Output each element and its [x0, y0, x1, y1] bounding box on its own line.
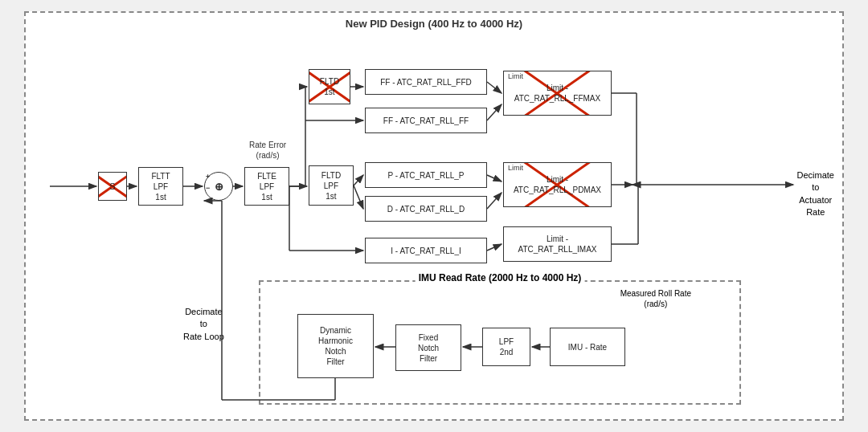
svg-line-12: [354, 175, 363, 185]
svg-line-11: [354, 185, 363, 209]
dynamic-notch-label: DynamicHarmonicNotchFilter: [318, 325, 353, 367]
sum-junction: ⊕: [204, 172, 233, 201]
actuator-rate-label: DecimatetoActuatorRate: [797, 169, 834, 219]
outer-label: New PID Design (400 Hz to 4000 Hz): [346, 18, 522, 30]
rate-error-label: Rate Error(rad/s): [249, 140, 286, 161]
fltd-1st-top-block: FLTD1st: [309, 69, 350, 104]
fltd-1st-top-label: FLTD1st: [320, 76, 339, 97]
p-block: P - ATC_RAT_RLL_P: [365, 162, 487, 188]
imu-rate-block: IMU - Rate: [550, 328, 625, 366]
d-block: D - ATC_RAT_RLL_D: [365, 196, 487, 222]
input-cross-block: S: [98, 172, 127, 201]
svg-line-16: [487, 104, 502, 120]
i-block: I - ATC_RAT_RLL_I: [365, 238, 487, 263]
diagram-wrapper: New PID Design (400 Hz to 4000 Hz) IMU R…: [24, 11, 844, 421]
lpf-2nd-label: LPF2nd: [499, 336, 514, 357]
input-cross-label: S: [109, 181, 115, 192]
imu-label: IMU Read Rate (2000 Hz to 4000 Hz): [416, 272, 585, 283]
imu-rate-label: IMU - Rate: [568, 342, 607, 353]
i-label: I - ATC_RAT_RLL_I: [391, 246, 461, 256]
imu-measured-label: Measured Roll Rate(rad/s): [620, 288, 691, 309]
flte-lpf-label: FLTELPF1st: [257, 171, 276, 202]
limit-pdmax-label: Limit -ATC_RAT_RLL_PDMAX: [514, 174, 601, 195]
d-label: D - ATC_RAT_RLL_D: [387, 204, 465, 214]
decimate-rate-loop-label: DecimatetoRate Loop: [183, 306, 224, 343]
fltt-lpf-label: FLTTLPF1st: [151, 171, 170, 202]
fltt-lpf-block: FLTTLPF1st: [138, 167, 183, 206]
limit-imax-label: Limit -ATC_RAT_RLL_IMAX: [518, 234, 597, 255]
fixed-notch-label: FixedNotchFilter: [418, 332, 439, 364]
p-label: P - ATC_RAT_RLL_P: [387, 170, 464, 181]
flte-lpf-block: FLTELPF1st: [244, 167, 289, 206]
ff-ff-label: FF - ATC_RAT_RLL_FF: [383, 116, 469, 126]
limit-text-pdmax: Limit: [508, 164, 523, 172]
svg-line-19: [487, 244, 502, 251]
limit-ffmax-label: Limit -ATC_RAT_RLL_FFMAX: [514, 83, 600, 104]
svg-line-18: [487, 193, 502, 209]
fltd-lpf-mid-label: FLTDLPF1st: [321, 170, 341, 202]
svg-line-17: [487, 175, 502, 181]
sum-junction-label: ⊕: [215, 181, 223, 193]
ff-ff-block: FF - ATC_RAT_RLL_FF: [365, 108, 487, 133]
ff-ffd-label: FF - ATC_RAT_RLL_FFD: [380, 77, 472, 88]
svg-line-15: [487, 82, 502, 93]
fixed-notch-block: FixedNotchFilter: [395, 324, 461, 371]
fltd-lpf-mid-block: FLTDLPF1st: [309, 165, 354, 206]
lpf-2nd-block: LPF2nd: [482, 328, 530, 366]
limit-text-ffmax: Limit: [508, 72, 523, 80]
ff-ffd-block: FF - ATC_RAT_RLL_FFD: [365, 69, 487, 95]
limit-imax-block: Limit -ATC_RAT_RLL_IMAX: [503, 226, 612, 262]
dynamic-notch-block: DynamicHarmonicNotchFilter: [297, 314, 374, 378]
